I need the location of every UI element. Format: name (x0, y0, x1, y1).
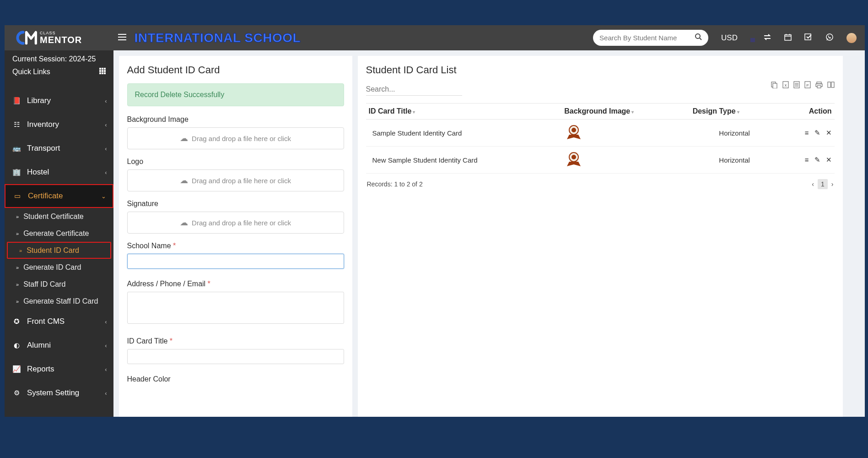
sub-student-id-card[interactable]: »Student ID Card (8, 243, 110, 258)
sub-student-certificate[interactable]: »Student Certificate (5, 208, 113, 225)
double-chevron-icon: » (16, 214, 19, 219)
svg-point-0 (695, 34, 700, 38)
user-icon: ◐ (12, 341, 21, 349)
sub-generate-id-card[interactable]: »Generate ID Card (5, 259, 113, 276)
success-alert: Record Delete Successfully (127, 83, 344, 106)
excel-icon[interactable]: x (782, 81, 789, 91)
row-edit-icon[interactable]: ✎ (814, 129, 820, 137)
chevron-left-icon: ‹ (105, 366, 107, 373)
task-check-icon[interactable] (804, 33, 813, 43)
svg-rect-18 (773, 83, 777, 88)
pager-next[interactable]: › (831, 180, 834, 188)
svg-rect-27 (817, 82, 821, 84)
bg-image-dropzone[interactable]: ☁ Drag and drop a file here or click (127, 127, 344, 149)
svg-rect-11 (99, 70, 101, 72)
double-chevron-icon: » (19, 248, 22, 253)
student-search[interactable] (593, 30, 708, 46)
cell-design: Horizontal (690, 147, 779, 174)
sub-staff-id-card[interactable]: »Staff ID Card (5, 276, 113, 293)
sidebar-item-inventory[interactable]: ☷ Inventory ‹ (5, 113, 113, 136)
school-name-input[interactable] (127, 254, 344, 269)
svg-rect-2 (785, 35, 791, 40)
sidebar-item-library[interactable]: 📕 Library ‹ (5, 89, 113, 113)
quick-links[interactable]: Quick Links (5, 65, 113, 82)
top-navbar: CLASS MENTOR INTERNATIONAL SCHOOL USD (5, 25, 865, 50)
logo-mentor-text: MENTOR (40, 35, 82, 44)
svg-rect-29 (817, 86, 821, 88)
sub-generate-staff-id-card[interactable]: »Generate Staff ID Card (5, 293, 113, 310)
menu-toggle-icon[interactable] (118, 33, 126, 43)
pager-prev[interactable]: ‹ (812, 180, 814, 188)
svg-rect-8 (99, 68, 101, 70)
pdf-icon[interactable]: P (804, 81, 811, 91)
search-icon[interactable] (695, 33, 702, 43)
cell-title: New Sample Student Identity Card (366, 147, 562, 174)
sort-icon: ▾ (413, 109, 415, 114)
signature-label: Signature (127, 200, 344, 208)
svg-rect-13 (104, 70, 106, 72)
sort-icon: ▾ (737, 109, 739, 114)
calendar-icon[interactable] (784, 33, 792, 43)
chevron-left-icon: ‹ (105, 318, 107, 325)
print-icon[interactable] (815, 81, 823, 91)
sidebar-item-front-cms[interactable]: ✪ Front CMS ‹ (5, 310, 113, 333)
list-title: Student ID Card List (366, 64, 835, 76)
svg-line-1 (700, 38, 701, 40)
col-title[interactable]: ID Card Title▾ (366, 104, 562, 120)
sidebar-item-reports[interactable]: 📈 Reports ‹ (5, 357, 113, 381)
cloud-upload-icon: ☁ (180, 175, 188, 185)
user-avatar[interactable] (846, 33, 857, 43)
list-search-input[interactable] (366, 83, 462, 96)
copy-icon[interactable] (771, 81, 778, 91)
id-card-title-input[interactable] (127, 349, 344, 364)
sidebar-item-transport[interactable]: 🚌 Transport ‹ (5, 136, 113, 160)
header-color-label: Header Color (127, 375, 344, 383)
columns-icon[interactable] (827, 81, 835, 91)
id-card-table: ID Card Title▾ Background Image▾ Design … (366, 103, 835, 174)
svg-rect-6 (805, 34, 811, 40)
building-icon: 🏢 (12, 168, 21, 176)
records-info: Records: 1 to 2 of 2 (367, 180, 423, 188)
sidebar-item-alumni[interactable]: ◐ Alumni ‹ (5, 333, 113, 357)
currency-label[interactable]: USD (721, 33, 738, 43)
svg-rect-12 (102, 70, 103, 72)
swap-icon[interactable] (763, 34, 771, 42)
row-delete-icon[interactable]: ✕ (826, 156, 832, 164)
svg-point-35 (571, 155, 576, 159)
cell-design: Horizontal (690, 120, 779, 147)
svg-point-33 (571, 128, 576, 132)
col-bg[interactable]: Background Image▾ (561, 104, 690, 120)
sidebar-item-hostel[interactable]: 🏢 Hostel ‹ (5, 160, 113, 184)
svg-rect-16 (104, 72, 106, 74)
svg-rect-30 (828, 82, 830, 87)
pager-page-1[interactable]: 1 (818, 179, 828, 189)
sub-generate-certificate[interactable]: »Generate Certificate (5, 225, 113, 242)
address-input[interactable] (127, 292, 344, 324)
chevron-left-icon: ‹ (105, 169, 107, 176)
classmentor-logo-icon (16, 30, 40, 46)
chevron-down-icon: ⌄ (101, 193, 106, 200)
table-row: New Sample Student Identity Card Horizon… (366, 147, 835, 174)
logo-dropzone[interactable]: ☁ Drag and drop a file here or click (127, 169, 344, 191)
row-menu-icon[interactable]: ≡ (805, 129, 809, 137)
medal-icon (564, 151, 583, 167)
student-search-input[interactable] (599, 34, 695, 42)
sidebar-item-system-setting[interactable]: ⚙ System Setting ‹ (5, 381, 113, 405)
whatsapp-icon[interactable] (825, 33, 834, 43)
csv-icon[interactable] (793, 81, 800, 91)
double-chevron-icon: » (16, 265, 19, 270)
signature-dropzone[interactable]: ☁ Drag and drop a file here or click (127, 212, 344, 234)
row-delete-icon[interactable]: ✕ (826, 129, 832, 137)
school-name-label: School Name (127, 242, 344, 250)
cell-bg-thumb (561, 120, 690, 147)
id-card-icon: ▭ (13, 192, 22, 200)
row-edit-icon[interactable]: ✎ (814, 156, 820, 164)
row-menu-icon[interactable]: ≡ (805, 156, 809, 164)
col-design[interactable]: Design Type▾ (690, 104, 779, 120)
double-chevron-icon: » (16, 231, 19, 236)
sidebar: Current Session: 2024-25 Quick Links 📕 L… (5, 50, 113, 417)
cloud-upload-icon: ☁ (180, 133, 188, 143)
sidebar-item-certificate[interactable]: ▭ Certificate ⌄ (5, 184, 113, 208)
inventory-icon: ☷ (12, 120, 21, 129)
col-action: Action (779, 104, 834, 120)
